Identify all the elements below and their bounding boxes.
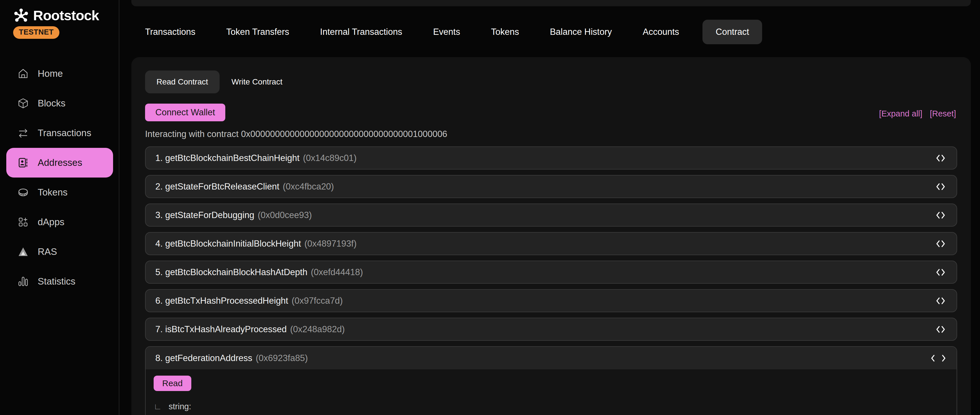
tab-read-contract[interactable]: Read Contract [145,70,220,93]
function-selector: (0xefd44418) [311,267,363,277]
address-tabs: Transactions Token Transfers Internal Tr… [145,20,752,44]
code-icon[interactable] [934,297,947,305]
sidebar-nav: Home Blocks Transactions Addresses [6,59,113,296]
sidebar-item-tokens[interactable]: Tokens [6,178,113,207]
sidebar-item-transactions[interactable]: Transactions [6,118,113,148]
tab-tokens[interactable]: Tokens [491,27,519,37]
app-logo[interactable]: Rootstock [13,8,99,24]
panel-links: [Expand all] [Reset] [879,109,956,118]
code-icon[interactable] [934,211,947,219]
tab-accounts[interactable]: Accounts [643,27,679,37]
home-icon [17,68,29,80]
function-name: 2. getStateForBtcReleaseClient [155,181,279,192]
reset-link[interactable]: [Reset] [930,109,956,118]
scrolled-card-edge [131,0,971,6]
code-icon[interactable] [934,154,947,162]
function-row-8-body: Read ∟ string: [146,369,956,415]
function-name: 3. getStateForDebugging [155,210,254,220]
expand-all-link[interactable]: [Expand all] [879,109,923,118]
sidebar-item-label: Home [38,68,63,79]
function-row-8-expanded: 8. getFederationAddress (0x6923fa85) Rea… [145,346,957,415]
function-selector: (0x14c89c01) [303,153,356,163]
code-icon[interactable] [934,325,947,334]
code-icon[interactable] [934,268,947,277]
brand-name: Rootstock [33,8,99,24]
function-row-1[interactable]: 1. getBtcBlockchainBestChainHeight (0x14… [145,146,957,170]
function-row-5[interactable]: 5. getBtcBlockchainBlockHashAtDepth (0xe… [145,261,957,284]
output-type-label: string: [169,402,191,411]
interacting-with-contract-text: Interacting with contract 0x000000000000… [145,129,447,139]
code-icon[interactable] [934,240,947,248]
sidebar-item-home[interactable]: Home [6,59,113,89]
sidebar-item-label: Blocks [38,98,65,109]
sidebar-item-label: dApps [38,217,65,227]
function-name: 8. getFederationAddress [155,353,253,363]
statistics-icon [17,275,29,288]
sidebar: Rootstock TESTNET Home Blocks Transactio… [0,0,119,415]
tab-transactions[interactable]: Transactions [145,27,195,37]
testnet-badge: TESTNET [13,26,59,39]
function-name: 5. getBtcBlockchainBlockHashAtDepth [155,267,307,277]
function-selector: (0x97fcca7d) [291,296,343,306]
function-selector: (0x6923fa85) [256,353,308,363]
function-row-7[interactable]: 7. isBtcTxHashAlreadyProcessed (0x248a98… [145,318,957,341]
tab-contract[interactable]: Contract [702,20,762,44]
function-selector: (0x0d0cee93) [258,210,312,220]
function-selector: (0x248a982d) [290,324,345,334]
function-name: 7. isBtcTxHashAlreadyProcessed [155,324,287,334]
function-name: 1. getBtcBlockchainBestChainHeight [155,153,299,163]
sidebar-item-dapps[interactable]: dApps [6,207,113,237]
sidebar-item-label: Tokens [38,187,68,198]
function-row-4[interactable]: 4. getBtcBlockchainInitialBlockHeight (0… [145,232,957,255]
tab-internal-transactions[interactable]: Internal Transactions [320,27,402,37]
function-name: 6. getBtcTxHashProcessedHeight [155,296,288,306]
function-selector: (0x4897193f) [304,239,356,249]
function-selector: (0xc4fbca20) [283,181,334,192]
code-expanded-icon[interactable] [930,354,947,363]
function-row-8-header[interactable]: 8. getFederationAddress (0x6923fa85) [146,347,956,369]
sidebar-item-addresses[interactable]: Addresses [6,148,113,178]
tab-balance-history[interactable]: Balance History [550,27,612,37]
sidebar-item-label: Statistics [38,276,75,287]
sidebar-item-label: RAS [38,246,57,257]
function-output: ∟ string: [154,402,948,411]
dapps-icon [17,216,29,228]
function-row-3[interactable]: 3. getStateForDebugging (0x0d0cee93) [145,204,957,227]
function-row-6[interactable]: 6. getBtcTxHashProcessedHeight (0x97fcca… [145,289,957,312]
tab-write-contract[interactable]: Write Contract [232,77,282,86]
sidebar-item-ras[interactable]: RAS [6,237,113,267]
read-button[interactable]: Read [154,375,191,391]
function-name: 4. getBtcBlockchainInitialBlockHeight [155,239,301,249]
sidebar-item-label: Transactions [38,127,91,138]
function-row-2[interactable]: 2. getStateForBtcReleaseClient (0xc4fbca… [145,175,957,198]
sidebar-item-statistics[interactable]: Statistics [6,267,113,296]
tab-token-transfers[interactable]: Token Transfers [226,27,289,37]
function-list: 1. getBtcBlockchainBestChainHeight (0x14… [145,146,957,415]
sidebar-item-blocks[interactable]: Blocks [6,89,113,118]
blocks-icon [17,97,29,109]
code-icon[interactable] [934,182,947,191]
tokens-icon [17,186,29,198]
connect-wallet-button[interactable]: Connect Wallet [145,103,225,121]
contract-subtabs: Read Contract Write Contract [145,70,282,93]
sidebar-item-label: Addresses [38,157,82,168]
addresses-icon [17,157,29,169]
ras-icon [17,246,29,258]
transactions-icon [17,127,29,139]
rootstock-logo-icon [13,8,29,24]
tab-events[interactable]: Events [433,27,460,37]
contract-panel: Read Contract Write Contract Connect Wal… [131,57,971,415]
output-corner-icon: ∟ [154,402,162,411]
